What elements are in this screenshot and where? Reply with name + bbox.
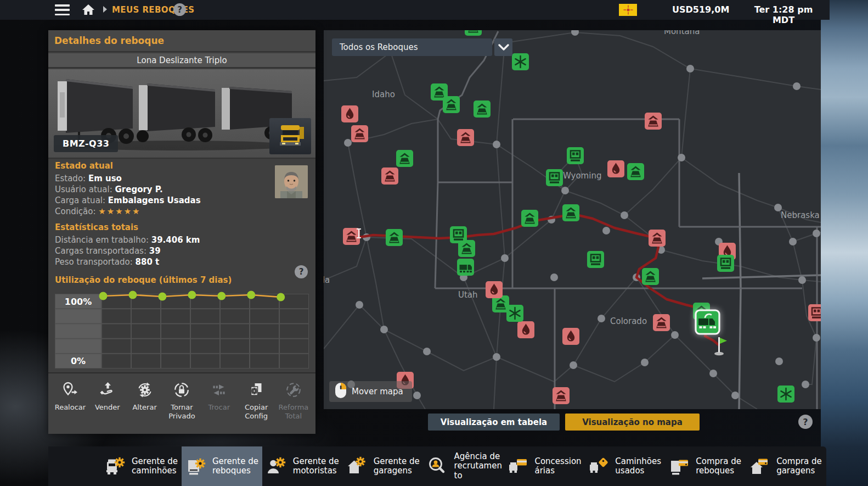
move-map-label: Mover mapa (352, 387, 403, 396)
toolbar-item-label: Gerente de motoristas (293, 457, 343, 476)
truck-marker-icon[interactable] (457, 259, 474, 278)
fuel-marker-icon[interactable] (341, 105, 358, 125)
help-icon[interactable]: ? (173, 3, 186, 16)
trailer-purchase-icon (667, 456, 691, 476)
trailer-marker-icon[interactable] (474, 100, 491, 120)
flag-marker-icon (712, 334, 728, 360)
action-sell-hand[interactable]: Vender (90, 379, 125, 412)
garage-marker-icon[interactable] (567, 147, 584, 166)
trailer-image: BMZ-Q33 (48, 69, 315, 159)
snow-marker-icon[interactable] (512, 53, 529, 72)
snow-marker-icon[interactable] (506, 305, 523, 324)
garage-marker-icon[interactable] (546, 169, 563, 188)
trailer-marker-icon[interactable] (645, 113, 662, 132)
fuel-marker-icon[interactable] (607, 160, 624, 180)
overhaul-wrench-icon (284, 379, 303, 401)
fuel-marker-icon[interactable] (517, 321, 534, 340)
money-display: USD519,0M (672, 4, 724, 15)
garage-marker-icon[interactable] (587, 251, 604, 270)
action-label: Trocar (208, 403, 230, 412)
trailer-marker-icon[interactable] (521, 210, 538, 229)
trailer-marker-icon[interactable] (351, 125, 368, 144)
toolbar-item-used-trucks[interactable]: Caminhões usados (584, 446, 665, 486)
toolbar-item-label: Gerente de caminhões (132, 457, 182, 476)
toolbar-item-garage-purchase[interactable]: Compra de garagens (746, 446, 826, 486)
table-view-button[interactable]: Visualização em tabela (428, 414, 560, 431)
toolbar-item-trailer-manager[interactable]: Gerente de reboques (182, 446, 262, 486)
trailer-marker-icon[interactable] (381, 167, 398, 187)
toolbar-item-garage-manager[interactable]: Gerente de garagens (343, 446, 424, 486)
garage-marker-icon[interactable] (450, 226, 467, 245)
action-relocate-pin[interactable]: Realocar (53, 379, 88, 412)
distance-row: Distância em trabalho: 39.406 km (55, 234, 309, 245)
snow-marker-icon[interactable] (777, 386, 794, 405)
utilization-chart-title: Utilização do reboque (últimos 7 dias) (55, 275, 309, 286)
assigned-truck-thumbnail[interactable] (269, 118, 311, 154)
toolbar-item-label: Compra de garagens (776, 457, 826, 476)
driver-portrait (275, 165, 308, 198)
fuel-marker-icon[interactable] (562, 328, 579, 347)
toolbar-item-driver-manager[interactable]: Gerente de motoristas (262, 446, 343, 486)
utilization-chart: 100%0% (55, 291, 309, 372)
action-lock-private[interactable]: Tornar Privado (164, 379, 199, 421)
action-label: Copiar Config (239, 403, 274, 421)
chevron-down-icon[interactable] (494, 38, 512, 56)
swap-arrows-icon (210, 379, 228, 401)
trailer-marker-icon[interactable] (553, 387, 570, 406)
state-row: Estado: Em uso (55, 173, 309, 184)
condition-row: Condição: ★★★★★ (55, 206, 309, 217)
used-trucks-icon (587, 456, 611, 476)
toolbar-item-dealerships[interactable]: Concessionárias (504, 446, 584, 486)
trailer-filter-dropdown[interactable]: Todos os Reboques (332, 38, 492, 56)
menu-icon[interactable] (55, 4, 70, 15)
recruitment-agency-icon (426, 456, 450, 476)
modify-gear-icon (136, 379, 154, 401)
fuel-marker-icon[interactable] (486, 281, 503, 300)
garage-marker-icon[interactable] (717, 255, 734, 274)
action-label: Realocar (55, 403, 86, 412)
action-modify-gear[interactable]: Alterar (127, 379, 162, 412)
toolbar-item-trailer-purchase[interactable]: Compra de reboques (665, 446, 746, 486)
trailer-marker-icon[interactable] (443, 96, 460, 115)
management-toolbar: Gerente de caminhõesGerente de reboquesG… (48, 446, 826, 486)
driver-manager-icon (264, 456, 289, 476)
action-copy-config[interactable]: Copiar Config (239, 379, 274, 421)
trailer-marker-icon[interactable] (627, 163, 644, 182)
garage-marker-icon[interactable] (808, 304, 821, 323)
mouse-icon (335, 382, 347, 401)
selected-trailer-marker-icon[interactable] (695, 309, 720, 337)
trailer-marker-icon[interactable] (642, 268, 659, 287)
toolbar-item-label: Gerente de reboques (212, 457, 262, 476)
toolbar-item-label: Caminhões usados (615, 457, 665, 476)
current-state-heading: Estado atual (55, 161, 309, 172)
trailer-marker-icon[interactable] (396, 150, 413, 169)
current-user-row: Usuário atual: Gregory P. (55, 184, 309, 195)
trailer-manager-icon (184, 456, 208, 476)
trailer-marker-icon[interactable] (457, 129, 474, 148)
trailer-marker-icon[interactable] (465, 30, 482, 38)
condition-stars: ★★★★★ (98, 206, 140, 216)
map-panel[interactable]: MontanaIdahoWyomingUtahColoradoNebraskaN… (324, 30, 821, 409)
dealerships-icon (506, 456, 530, 476)
trailer-marker-icon[interactable] (649, 230, 666, 249)
action-label: Vender (95, 403, 120, 412)
chart-help-icon[interactable]: ? (295, 265, 308, 278)
toolbar-item-label: Agência de recrutamento (454, 452, 504, 481)
toolbar-item-label: Concessionárias (534, 457, 584, 476)
weight-row: Peso transportado: 880 t (55, 256, 309, 267)
home-icon[interactable] (82, 3, 95, 16)
trailer-info: Estado atual Estado: Em uso Usuário atua… (55, 161, 309, 372)
trailer-marker-icon[interactable] (562, 204, 579, 224)
copy-config-icon (247, 379, 266, 401)
trailer-marker-icon[interactable] (386, 229, 403, 248)
sell-hand-icon (98, 379, 117, 401)
toolbar-item-truck-manager[interactable]: Gerente de caminhões (101, 446, 182, 486)
action-label: Tornar Privado (164, 403, 199, 421)
action-label: Alterar (132, 403, 156, 412)
map-help-icon[interactable]: ? (798, 415, 813, 429)
map-view-button[interactable]: Visualização no mapa (565, 414, 700, 431)
game-world-sky (821, 0, 868, 486)
toolbar-item-recruitment-agency[interactable]: Agência de recrutamento (424, 446, 504, 486)
trailer-marker-icon[interactable] (653, 314, 670, 333)
breadcrumb-arrow-icon (103, 6, 107, 13)
